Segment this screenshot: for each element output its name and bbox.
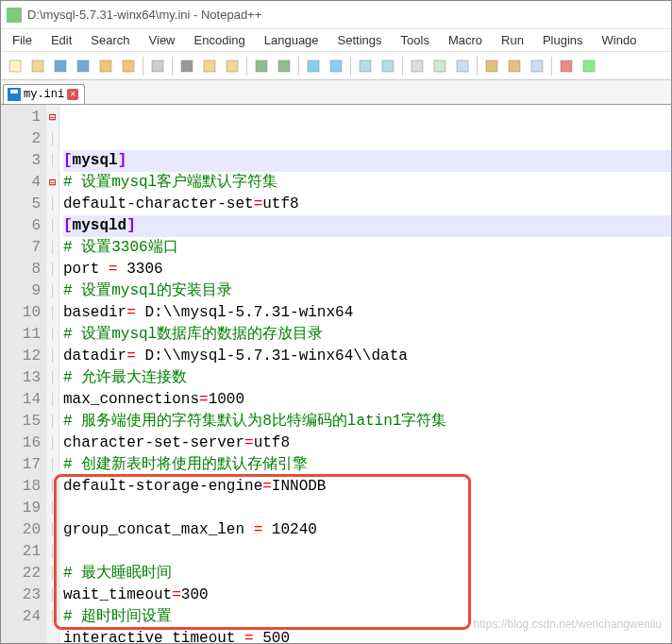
line-number: 7 <box>1 237 41 259</box>
paste-button[interactable] <box>222 56 243 76</box>
code-line[interactable]: # 设置mysql客户端默认字符集 <box>63 172 671 194</box>
redo-button[interactable] <box>274 56 294 76</box>
line-number: 21 <box>1 541 41 563</box>
closeall-button[interactable] <box>118 56 139 76</box>
menu-language[interactable]: Language <box>255 30 328 50</box>
code-line[interactable]: [mysql] <box>63 150 671 172</box>
indent1-button[interactable] <box>481 56 502 76</box>
line-number: 19 <box>1 498 41 519</box>
undo-button[interactable] <box>251 56 272 76</box>
open-button[interactable] <box>27 56 48 76</box>
svg-rect-14 <box>360 60 371 72</box>
find-button[interactable] <box>303 56 324 76</box>
line-number: 10 <box>1 302 41 324</box>
code-line[interactable]: max_connections=1000 <box>63 389 671 411</box>
code-line[interactable]: datadir= D:\\mysql-5.7.31-winx64\\data <box>63 346 671 367</box>
new-button[interactable] <box>5 56 25 76</box>
saveall-button[interactable] <box>73 56 93 76</box>
code-line[interactable]: # 最大睡眠时间 <box>63 563 671 585</box>
fold-line: │ <box>46 563 59 585</box>
fold-line: │ <box>46 432 59 454</box>
code-line[interactable]: # 服务端使用的字符集默认为8比特编码的latin1字符集 <box>63 411 671 432</box>
sync-button[interactable] <box>407 56 428 76</box>
replace-button[interactable] <box>326 56 346 76</box>
svg-rect-21 <box>531 60 543 72</box>
svg-rect-10 <box>256 60 267 72</box>
svg-rect-18 <box>457 60 468 72</box>
code-line[interactable]: default-storage-engine=INNODB <box>63 476 671 498</box>
line-number: 6 <box>1 215 41 237</box>
menu-windo[interactable]: Windo <box>593 30 647 50</box>
toolbar <box>1 52 671 80</box>
line-number: 20 <box>1 519 41 541</box>
line-number: 13 <box>1 367 41 389</box>
svg-rect-22 <box>561 60 572 72</box>
fold-toggle[interactable]: ⊟ <box>46 172 59 194</box>
code-line[interactable] <box>63 541 671 563</box>
code-line[interactable]: # 允许最大连接数 <box>63 367 671 389</box>
fold-line: │ <box>46 585 59 606</box>
fold-button[interactable] <box>527 56 547 76</box>
fold-line: │ <box>46 346 59 367</box>
tab-label: my.ini <box>24 88 64 101</box>
svg-rect-8 <box>204 60 215 72</box>
fold-line: │ <box>46 411 59 432</box>
menu-tools[interactable]: Tools <box>392 30 439 50</box>
separator <box>551 57 552 76</box>
copy-button[interactable] <box>199 56 220 76</box>
code-line[interactable]: character-set-server=utf8 <box>63 432 671 454</box>
file-tab[interactable]: my.ini × <box>3 84 85 104</box>
indent2-button[interactable] <box>504 56 525 76</box>
print-button[interactable] <box>147 56 168 76</box>
code-line[interactable]: port = 3306 <box>63 259 671 280</box>
menu-plugins[interactable]: Plugins <box>533 30 593 50</box>
code-line[interactable]: default-character-set=utf8 <box>63 194 671 215</box>
separator <box>402 57 403 76</box>
app-icon <box>7 8 22 23</box>
svg-rect-20 <box>509 60 520 72</box>
svg-rect-5 <box>123 60 134 72</box>
line-number: 1 <box>1 107 41 128</box>
fold-line: │ <box>46 302 59 324</box>
code-line[interactable]: # 创建新表时将使用的默认存储引擎 <box>63 454 671 476</box>
save-button[interactable] <box>50 56 71 76</box>
fold-line: │ <box>46 128 59 150</box>
code-line[interactable]: # 设置3306端口 <box>63 237 671 259</box>
menu-settings[interactable]: Settings <box>328 30 392 50</box>
menu-edit[interactable]: Edit <box>42 30 81 50</box>
allchars-button[interactable] <box>452 56 473 76</box>
line-number: 16 <box>1 432 41 454</box>
code-line[interactable]: basedir= D:\\mysql-5.7.31-winx64 <box>63 302 671 324</box>
code-area[interactable]: [mysql]# 设置mysql客户端默认字符集default-characte… <box>59 105 671 643</box>
svg-rect-16 <box>412 60 423 72</box>
svg-rect-1 <box>32 60 43 72</box>
zoomin-button[interactable] <box>355 56 376 76</box>
zoomout-button[interactable] <box>378 56 398 76</box>
separator <box>172 57 173 76</box>
close-icon[interactable]: × <box>67 89 78 100</box>
code-line[interactable]: # 设置mysql的安装目录 <box>63 280 671 302</box>
svg-rect-11 <box>278 60 290 72</box>
menu-run[interactable]: Run <box>492 30 533 50</box>
line-number: 11 <box>1 324 41 346</box>
close-button[interactable] <box>95 56 116 76</box>
svg-rect-19 <box>486 60 497 72</box>
menu-file[interactable]: File <box>3 30 42 50</box>
record-button[interactable] <box>556 56 577 76</box>
menu-view[interactable]: View <box>140 30 185 50</box>
menu-macro[interactable]: Macro <box>439 30 492 50</box>
play-button[interactable] <box>579 56 599 76</box>
cut-button[interactable] <box>176 56 197 76</box>
code-line[interactable]: wait_timeout=300 <box>63 585 671 606</box>
code-line[interactable]: [mysqld] <box>63 215 671 237</box>
code-line[interactable] <box>63 498 671 519</box>
fold-toggle[interactable]: ⊟ <box>46 107 59 128</box>
menu-search[interactable]: Search <box>81 30 139 50</box>
tab-bar: my.ini × <box>1 80 671 105</box>
wordwrap-button[interactable] <box>429 56 450 76</box>
menu-encoding[interactable]: Encoding <box>185 30 255 50</box>
svg-rect-3 <box>77 60 89 72</box>
code-line[interactable]: group_concat_max_len = 10240 <box>63 519 671 541</box>
code-line[interactable]: # 设置mysql数据库的数据的存放目录 <box>63 324 671 346</box>
line-number: 5 <box>1 194 41 215</box>
